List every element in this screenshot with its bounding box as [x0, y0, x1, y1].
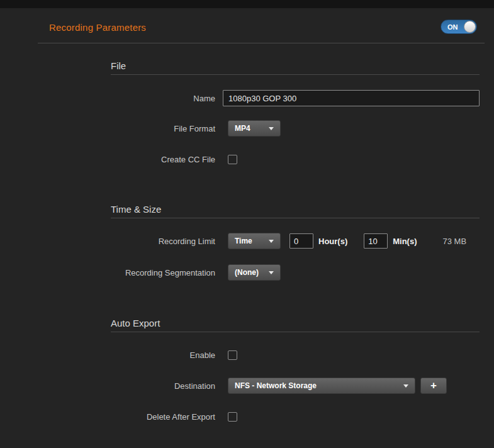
file-format-dropdown[interactable]: MP4 [228, 120, 281, 137]
recording-segmentation-value: (None) [235, 268, 259, 277]
chevron-down-icon [269, 271, 274, 274]
chevron-down-icon [403, 384, 408, 388]
top-strip [0, 0, 494, 8]
delete-after-export-checkbox[interactable] [228, 412, 237, 422]
file-format-row: File Format MP4 [38, 120, 485, 137]
auto-export-section-divider [111, 332, 480, 332]
enable-label: Enable [38, 350, 215, 360]
section-heading-auto-export: Auto Export [111, 318, 160, 328]
enable-row: Enable [38, 346, 485, 364]
destination-value: NFS - Network Storage [235, 381, 317, 390]
delete-after-export-label: Delete After Export [38, 412, 215, 422]
auto-export-enable-checkbox[interactable] [228, 350, 237, 360]
minutes-unit-label: Min(s) [393, 237, 417, 246]
chevron-down-icon [269, 127, 274, 130]
create-cc-row: Create CC File [38, 150, 485, 168]
recording-segmentation-label: Recording Segmentation [38, 268, 215, 277]
recording-segmentation-row: Recording Segmentation (None) [38, 264, 485, 281]
create-cc-checkbox[interactable] [228, 155, 237, 164]
create-cc-label: Create CC File [38, 155, 215, 164]
hours-unit-label: Hour(s) [318, 237, 347, 246]
delete-after-export-row: Delete After Export [38, 408, 485, 425]
minutes-input[interactable] [364, 233, 388, 249]
destination-label: Destination [38, 381, 215, 391]
time-size-section-divider [111, 218, 480, 218]
destination-dropdown[interactable]: NFS - Network Storage [228, 378, 415, 394]
name-row: Name [38, 89, 485, 107]
hours-input[interactable] [289, 233, 313, 249]
destination-row: Destination NFS - Network Storage + [38, 377, 485, 395]
header-divider [38, 43, 485, 43]
file-section-divider [111, 74, 480, 75]
toggle-knob[interactable] [464, 21, 476, 33]
section-heading-time-size: Time & Size [111, 204, 161, 215]
chevron-down-icon [269, 240, 274, 243]
name-input[interactable] [223, 90, 480, 106]
recording-limit-mode-dropdown[interactable]: Time [228, 233, 281, 249]
recording-limit-label: Recording Limit [38, 237, 215, 246]
section-heading-file: File [111, 60, 126, 71]
name-label: Name [38, 94, 215, 103]
recording-parameters-panel: Recording Parameters ON File Name File F… [0, 0, 494, 448]
add-destination-button[interactable]: + [420, 378, 447, 394]
page-title: Recording Parameters [49, 22, 146, 33]
recording-limit-mode-value: Time [235, 237, 252, 245]
file-format-value: MP4 [235, 124, 250, 133]
plus-icon: + [430, 379, 437, 391]
file-format-label: File Format [38, 124, 215, 133]
estimated-size-label: 73 MB [443, 237, 467, 246]
recording-limit-row: Recording Limit Time Hour(s) Min(s) 73 M… [38, 232, 485, 250]
recording-segmentation-dropdown[interactable]: (None) [228, 264, 281, 281]
recording-on-toggle[interactable]: ON [441, 20, 477, 34]
toggle-on-label: ON [447, 23, 458, 31]
